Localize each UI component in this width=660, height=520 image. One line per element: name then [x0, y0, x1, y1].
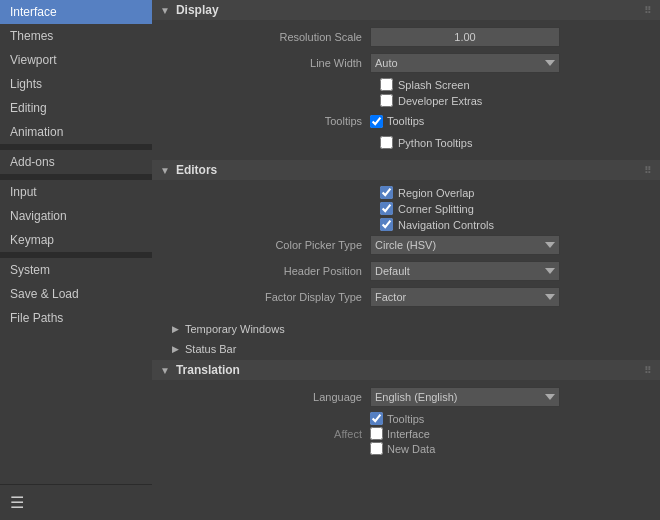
language-label: Language	[160, 391, 370, 403]
sidebar-item-system[interactable]: System	[0, 258, 152, 282]
developer-extras-label: Developer Extras	[398, 95, 482, 107]
splash-screen-checkbox[interactable]	[380, 78, 393, 91]
translation-drag-handle: ⠿	[644, 365, 652, 376]
region-overlap-row: Region Overlap	[380, 186, 652, 199]
factor-display-select[interactable]: Factor Percentage	[370, 287, 560, 307]
hamburger-icon[interactable]: ☰	[10, 494, 24, 511]
color-picker-row: Color Picker Type Circle (HSV) Square (S…	[160, 234, 652, 256]
editors-title: Editors	[176, 163, 217, 177]
factor-display-control: Factor Percentage	[370, 287, 652, 307]
sidebar-item-keymap[interactable]: Keymap	[0, 228, 152, 252]
affect-tooltips-checkbox[interactable]	[370, 412, 383, 425]
developer-extras-checkbox[interactable]	[380, 94, 393, 107]
sidebar-item-add-ons[interactable]: Add-ons	[0, 150, 152, 174]
resolution-scale-label: Resolution Scale	[160, 31, 370, 43]
line-width-select[interactable]: Auto 1px 2px	[370, 53, 560, 73]
sidebar-item-interface[interactable]: Interface	[0, 0, 152, 24]
language-control: English (English) French (Français) Germ…	[370, 387, 652, 407]
region-overlap-checkbox[interactable]	[380, 186, 393, 199]
affect-new-data-item: New Data	[370, 442, 435, 455]
display-drag-handle: ⠿	[644, 5, 652, 16]
navigation-controls-checkbox[interactable]	[380, 218, 393, 231]
header-position-label: Header Position	[160, 265, 370, 277]
section-editors-header[interactable]: ▼ Editors ⠿	[152, 160, 660, 180]
sidebar-item-themes[interactable]: Themes	[0, 24, 152, 48]
header-position-row: Header Position Default Top Bottom	[160, 260, 652, 282]
status-bar-icon: ▶	[172, 344, 179, 354]
splash-screen-row: Splash Screen	[380, 78, 652, 91]
temp-windows-header[interactable]: ▶ Temporary Windows	[152, 320, 660, 338]
tooltips-label: Tooltips	[387, 115, 424, 127]
resolution-scale-row: Resolution Scale	[160, 26, 652, 48]
affect-checkboxes: Tooltips Interface New Data	[370, 412, 435, 455]
developer-extras-row: Developer Extras	[380, 94, 652, 107]
affect-new-data-label: New Data	[387, 443, 435, 455]
sidebar-item-viewport[interactable]: Viewport	[0, 48, 152, 72]
affect-new-data-checkbox[interactable]	[370, 442, 383, 455]
sidebar-item-file-paths[interactable]: File Paths	[0, 306, 152, 330]
factor-display-label: Factor Display Type	[160, 291, 370, 303]
section-editors-body: Region Overlap Corner Splitting Navigati…	[152, 180, 660, 318]
color-picker-label: Color Picker Type	[160, 239, 370, 251]
language-row: Language English (English) French (Franç…	[160, 386, 652, 408]
line-width-label: Line Width	[160, 57, 370, 69]
navigation-controls-row: Navigation Controls	[380, 218, 652, 231]
factor-display-row: Factor Display Type Factor Percentage	[160, 286, 652, 308]
status-bar-header[interactable]: ▶ Status Bar	[152, 340, 660, 358]
color-picker-control: Circle (HSV) Square (SV + H) Square (HS …	[370, 235, 652, 255]
temp-windows-title: Temporary Windows	[185, 323, 285, 335]
section-status-bar: ▶ Status Bar	[152, 340, 660, 358]
corner-splitting-row: Corner Splitting	[380, 202, 652, 215]
resolution-scale-input[interactable]	[370, 27, 560, 47]
sidebar-item-save-load[interactable]: Save & Load	[0, 282, 152, 306]
section-display-header[interactable]: ▼ Display ⠿	[152, 0, 660, 20]
affect-interface-item: Interface	[370, 427, 435, 440]
section-translation-header[interactable]: ▼ Translation ⠿	[152, 360, 660, 380]
display-collapse-icon: ▼	[160, 5, 170, 16]
python-tooltips-label: Python Tooltips	[398, 137, 472, 149]
affect-tooltips-item: Tooltips	[370, 412, 435, 425]
line-width-row: Line Width Auto 1px 2px	[160, 52, 652, 74]
editors-collapse-icon: ▼	[160, 165, 170, 176]
region-overlap-label: Region Overlap	[398, 187, 474, 199]
sidebar-item-lights[interactable]: Lights	[0, 72, 152, 96]
section-display: ▼ Display ⠿ Resolution Scale Line Width …	[152, 0, 660, 158]
sidebar-item-editing[interactable]: Editing	[0, 96, 152, 120]
affect-row: Affect Tooltips Interface Ne	[160, 412, 652, 455]
editors-drag-handle: ⠿	[644, 165, 652, 176]
python-tooltips-checkbox[interactable]	[380, 136, 393, 149]
line-width-control: Auto 1px 2px	[370, 53, 652, 73]
section-translation-body: Language English (English) French (Franç…	[152, 380, 660, 465]
tooltips-group-label: Tooltips	[160, 115, 370, 127]
splash-screen-label: Splash Screen	[398, 79, 470, 91]
section-temp-windows: ▶ Temporary Windows	[152, 320, 660, 338]
color-picker-select[interactable]: Circle (HSV) Square (SV + H) Square (HS …	[370, 235, 560, 255]
corner-splitting-checkbox[interactable]	[380, 202, 393, 215]
affect-interface-checkbox[interactable]	[370, 427, 383, 440]
language-select[interactable]: English (English) French (Français) Germ…	[370, 387, 560, 407]
tooltips-row: Tooltips Tooltips	[160, 110, 652, 132]
sidebar-item-animation[interactable]: Animation	[0, 120, 152, 144]
header-position-select[interactable]: Default Top Bottom	[370, 261, 560, 281]
translation-title: Translation	[176, 363, 240, 377]
tooltips-checkbox[interactable]	[370, 115, 383, 128]
sidebar-item-input[interactable]: Input	[0, 180, 152, 204]
navigation-controls-label: Navigation Controls	[398, 219, 494, 231]
sidebar-item-navigation[interactable]: Navigation	[0, 204, 152, 228]
header-position-control: Default Top Bottom	[370, 261, 652, 281]
corner-splitting-label: Corner Splitting	[398, 203, 474, 215]
sidebar-footer: ☰	[0, 484, 152, 520]
display-title: Display	[176, 3, 219, 17]
affect-label: Affect	[160, 428, 370, 440]
translation-collapse-icon: ▼	[160, 365, 170, 376]
affect-control: Tooltips Interface New Data	[370, 412, 652, 455]
main-content: ▼ Display ⠿ Resolution Scale Line Width …	[152, 0, 660, 520]
tooltips-control: Tooltips	[370, 115, 652, 128]
sidebar: Interface Themes Viewport Lights Editing…	[0, 0, 152, 520]
python-tooltips-row: Python Tooltips	[380, 136, 652, 149]
section-display-body: Resolution Scale Line Width Auto 1px 2px	[152, 20, 660, 158]
affect-interface-label: Interface	[387, 428, 430, 440]
status-bar-title: Status Bar	[185, 343, 236, 355]
resolution-scale-control	[370, 27, 652, 47]
temp-windows-icon: ▶	[172, 324, 179, 334]
